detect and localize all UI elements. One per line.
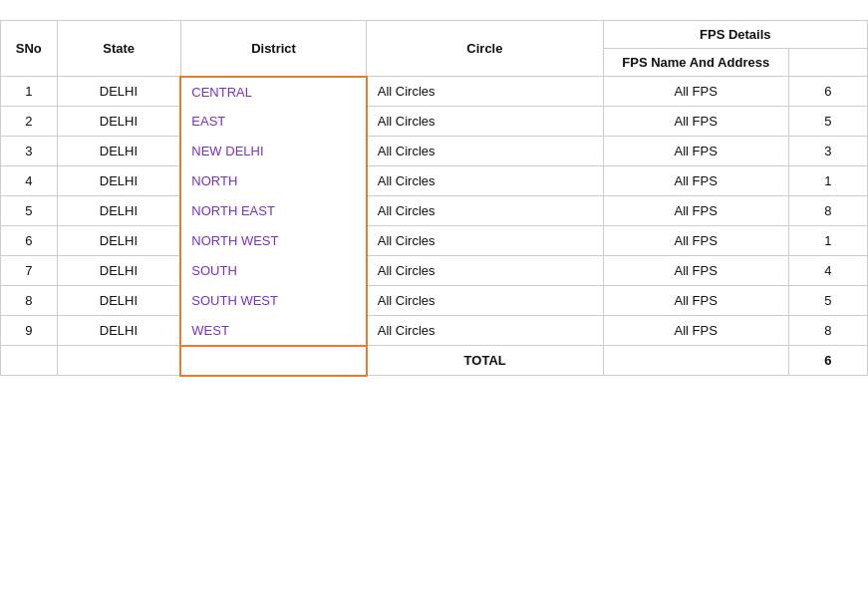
cell-extra: 5 (788, 107, 867, 137)
cell-district: NORTH (180, 166, 366, 196)
cell-extra: 8 (788, 196, 867, 226)
total-empty-2 (57, 346, 180, 376)
cell-district: NORTH EAST (180, 196, 366, 226)
cell-sno: 9 (1, 316, 58, 346)
cell-sno: 2 (1, 107, 58, 137)
cell-state: DELHI (57, 77, 180, 107)
total-empty-1 (1, 346, 58, 376)
cell-state: DELHI (57, 316, 180, 346)
table-body: 1DELHICENTRALAll CirclesAll FPS62DELHIEA… (1, 77, 868, 376)
total-value: 6 (788, 346, 867, 376)
total-district-cell (180, 346, 366, 376)
cell-district: WEST (180, 316, 366, 346)
table-row: 7DELHISOUTHAll CirclesAll FPS4 (1, 256, 868, 286)
extra-header (788, 49, 867, 77)
cell-circle: All Circles (367, 316, 603, 346)
table-row: 2DELHIEASTAll CirclesAll FPS5 (1, 107, 868, 137)
fps-name-header: FPS Name And Address (603, 49, 788, 77)
cell-state: DELHI (57, 107, 180, 137)
cell-fps: All FPS (603, 316, 788, 346)
cell-sno: 5 (1, 196, 58, 226)
fps-details-header: FPS Details (603, 21, 867, 49)
cell-sno: 8 (1, 286, 58, 316)
circle-header: Circle (367, 21, 603, 77)
total-fps (603, 346, 788, 376)
main-container: SNo State District Circle FPS Details FP… (0, 0, 868, 614)
cell-sno: 4 (1, 166, 58, 196)
cell-fps: All FPS (603, 107, 788, 137)
cell-extra: 8 (788, 316, 867, 346)
table-row: 4DELHINORTHAll CirclesAll FPS1 (1, 166, 868, 196)
cell-extra: 5 (788, 286, 867, 316)
cell-fps: All FPS (603, 256, 788, 286)
cell-extra: 3 (788, 137, 867, 166)
cell-fps: All FPS (603, 196, 788, 226)
cell-district: NORTH WEST (180, 226, 366, 256)
table-row: 6DELHINORTH WESTAll CirclesAll FPS1 (1, 226, 868, 256)
cell-fps: All FPS (603, 137, 788, 166)
total-row: TOTAL6 (1, 346, 868, 376)
cell-district: SOUTH WEST (180, 286, 366, 316)
cell-circle: All Circles (367, 166, 603, 196)
cell-state: DELHI (57, 226, 180, 256)
cell-fps: All FPS (603, 286, 788, 316)
header-row-1: SNo State District Circle FPS Details (1, 21, 868, 49)
cell-state: DELHI (57, 137, 180, 166)
cell-state: DELHI (57, 166, 180, 196)
cell-circle: All Circles (367, 286, 603, 316)
cell-district: SOUTH (180, 256, 366, 286)
cell-circle: All Circles (367, 107, 603, 137)
cell-circle: All Circles (367, 137, 603, 166)
sno-header: SNo (1, 21, 58, 77)
cell-extra: 4 (788, 256, 867, 286)
cell-sno: 6 (1, 226, 58, 256)
cell-fps: All FPS (603, 226, 788, 256)
cell-circle: All Circles (367, 256, 603, 286)
cell-fps: All FPS (603, 77, 788, 107)
cell-state: DELHI (57, 256, 180, 286)
table-row: 1DELHICENTRALAll CirclesAll FPS6 (1, 77, 868, 107)
cell-state: DELHI (57, 286, 180, 316)
table-row: 9DELHIWESTAll CirclesAll FPS8 (1, 316, 868, 346)
state-header: State (57, 21, 180, 77)
cell-district: NEW DELHI (180, 137, 366, 166)
cell-extra: 6 (788, 77, 867, 107)
data-table: SNo State District Circle FPS Details FP… (0, 20, 868, 377)
total-label: TOTAL (367, 346, 603, 376)
cell-extra: 1 (788, 166, 867, 196)
district-header: District (180, 21, 366, 77)
cell-sno: 1 (1, 77, 58, 107)
cell-fps: All FPS (603, 166, 788, 196)
table-row: 3DELHINEW DELHIAll CirclesAll FPS3 (1, 137, 868, 166)
table-row: 8DELHISOUTH WESTAll CirclesAll FPS5 (1, 286, 868, 316)
cell-circle: All Circles (367, 77, 603, 107)
cell-sno: 3 (1, 137, 58, 166)
cell-extra: 1 (788, 226, 867, 256)
cell-state: DELHI (57, 196, 180, 226)
table-row: 5DELHINORTH EASTAll CirclesAll FPS8 (1, 196, 868, 226)
cell-circle: All Circles (367, 196, 603, 226)
cell-sno: 7 (1, 256, 58, 286)
cell-district: EAST (180, 107, 366, 137)
cell-district: CENTRAL (180, 77, 366, 107)
cell-circle: All Circles (367, 226, 603, 256)
